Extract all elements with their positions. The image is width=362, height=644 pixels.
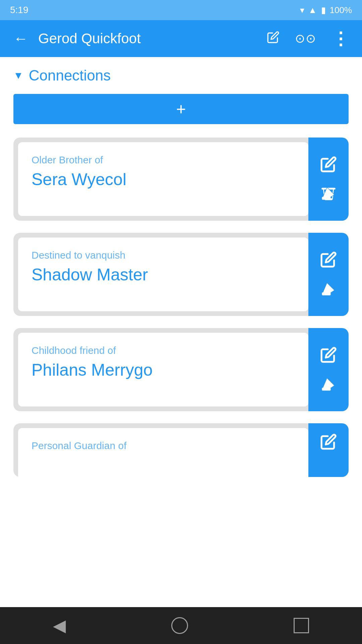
collapse-triangle-icon[interactable]: ▼ xyxy=(13,70,23,81)
connection-card-inner: Childhood friend of Philans Merrygo xyxy=(18,333,308,407)
status-bar: 5:19 ▾ ▲ ▮ 100% xyxy=(0,0,362,20)
connection-card-actions xyxy=(308,328,349,411)
nav-back-icon: ◀ xyxy=(53,616,66,635)
battery-icon: ▮ xyxy=(321,5,326,15)
svg-rect-1 xyxy=(322,197,331,200)
delete-connection-button[interactable] xyxy=(320,280,337,298)
glasses-icon[interactable]: ⊙⊙ xyxy=(292,29,319,48)
connection-card-inner: Destined to vanquish Shadow Master xyxy=(18,237,308,311)
back-button[interactable]: ← xyxy=(10,27,32,50)
app-bar-actions: ⊙⊙ ⋮ xyxy=(264,27,352,50)
delete-connection-button[interactable] xyxy=(319,184,338,202)
connection-card-actions xyxy=(308,233,349,316)
svg-rect-5 xyxy=(322,387,331,390)
connection-cards-list: Older Brother of Sera Wyecol xyxy=(13,138,349,477)
more-options-icon[interactable]: ⋮ xyxy=(329,27,352,50)
connection-relation: Older Brother of xyxy=(32,154,295,166)
connection-card-inner: Older Brother of Sera Wyecol xyxy=(18,142,308,216)
connection-relation: Personal Guardian of xyxy=(32,440,295,451)
signal-icon: ▲ xyxy=(308,5,317,15)
status-icons: ▾ ▲ ▮ 100% xyxy=(300,5,352,15)
connection-name: Shadow Master xyxy=(32,265,295,284)
nav-recent-icon xyxy=(294,618,309,633)
nav-home-icon xyxy=(171,617,188,634)
connection-relation: Childhood friend of xyxy=(32,345,295,356)
nav-back-button[interactable]: ◀ xyxy=(40,611,79,640)
svg-marker-2 xyxy=(323,283,335,293)
connections-title: Connections xyxy=(29,67,111,84)
app-bar-title: Gerod Quickfoot xyxy=(38,31,257,47)
edit-icon[interactable] xyxy=(264,28,282,49)
connection-card: Childhood friend of Philans Merrygo xyxy=(13,328,349,411)
edit-connection-button[interactable] xyxy=(320,156,337,173)
add-connection-button[interactable]: + xyxy=(13,94,349,124)
nav-recent-button[interactable] xyxy=(280,613,322,638)
svg-marker-4 xyxy=(323,378,335,388)
nav-home-button[interactable] xyxy=(158,612,201,639)
content-area: ▼ Connections + Older Brother of Sera Wy… xyxy=(0,57,362,607)
app-bar: ← Gerod Quickfoot ⊙⊙ ⋮ xyxy=(0,20,362,57)
delete-connection-button[interactable] xyxy=(320,375,337,393)
connection-relation: Destined to vanquish xyxy=(32,250,295,261)
connection-name: Sera Wyecol xyxy=(32,170,295,189)
connection-card-inner: Personal Guardian of xyxy=(18,428,308,477)
connection-card-actions xyxy=(308,423,349,477)
nav-bar: ◀ xyxy=(0,607,362,644)
connections-section-header: ▼ Connections xyxy=(13,67,349,84)
status-time: 5:19 xyxy=(10,5,28,15)
back-arrow-icon: ← xyxy=(13,30,28,47)
connection-card-actions xyxy=(308,138,349,221)
edit-connection-button[interactable] xyxy=(320,346,337,363)
connection-card: Destined to vanquish Shadow Master xyxy=(13,233,349,316)
edit-connection-button[interactable] xyxy=(320,251,337,268)
add-icon: + xyxy=(176,99,186,119)
connection-card: Personal Guardian of xyxy=(13,423,349,477)
svg-marker-0 xyxy=(323,187,335,198)
connection-card: Older Brother of Sera Wyecol xyxy=(13,138,349,221)
battery-percent: 100% xyxy=(330,5,352,15)
connection-name: Philans Merrygo xyxy=(32,360,295,380)
edit-connection-button[interactable] xyxy=(320,433,337,450)
wifi-icon: ▾ xyxy=(300,5,304,15)
svg-rect-3 xyxy=(322,292,331,295)
